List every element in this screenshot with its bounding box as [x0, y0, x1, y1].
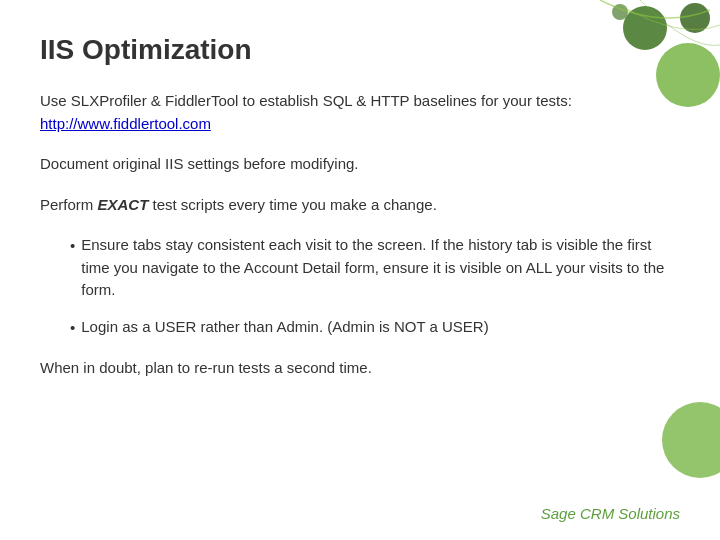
slide: IIS Optimization Use SLXProfiler & Fiddl… — [0, 0, 720, 540]
bullet-dot-2: • — [70, 317, 75, 340]
fiddlertool-link[interactable]: http://www.fiddlertool.com — [40, 115, 211, 132]
paragraph-3-prefix: Perform — [40, 196, 98, 213]
paragraph-2: Document original IIS settings before mo… — [40, 153, 680, 176]
paragraph-3-suffix: test scripts every time you make a chang… — [148, 196, 436, 213]
content-area: Use SLXProfiler & FiddlerTool to establi… — [40, 90, 680, 380]
bullet-text-1: Ensure tabs stay consistent each visit t… — [81, 234, 680, 302]
slide-title: IIS Optimization — [40, 34, 680, 66]
paragraph-4: When in doubt, plan to re-run tests a se… — [40, 357, 680, 380]
bullet-list: • Ensure tabs stay consistent each visit… — [70, 234, 680, 339]
bullet-text-2: Login as a USER rather than Admin. (Admi… — [81, 316, 488, 339]
svg-point-4 — [662, 402, 720, 478]
sage-branding: Sage CRM Solutions — [541, 505, 680, 522]
paragraph-3: Perform EXACT test scripts every time yo… — [40, 194, 680, 217]
decorative-circle-bottom — [640, 380, 720, 480]
paragraph-3-italic: EXACT — [98, 196, 149, 213]
paragraph-1-text-before: Use SLXProfiler & FiddlerTool to establi… — [40, 92, 572, 109]
bullet-dot-1: • — [70, 235, 75, 258]
paragraph-1: Use SLXProfiler & FiddlerTool to establi… — [40, 90, 680, 135]
svg-point-3 — [612, 4, 628, 20]
bullet-item-1: • Ensure tabs stay consistent each visit… — [70, 234, 680, 302]
svg-point-1 — [680, 3, 710, 33]
bullet-item-2: • Login as a USER rather than Admin. (Ad… — [70, 316, 680, 340]
